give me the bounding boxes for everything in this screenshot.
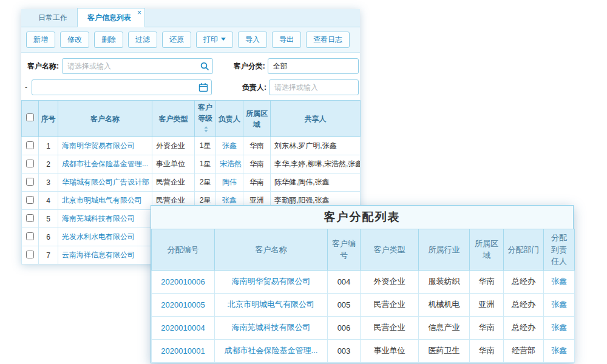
col-customer-type[interactable]: 客户类型 [152, 101, 195, 137]
cell-no: 4 [39, 192, 58, 210]
customer-name-link[interactable]: 海南明华贸易有限公司 [215, 270, 328, 293]
table-row[interactable]: 2020010005 北京市明城电气有限公司 005 民营企业 机械机电 亚洲 … [152, 293, 575, 316]
cell-shared: 李华,李婷,柳琳,宋浩然,张鑫 [271, 155, 361, 174]
customer-name-link[interactable]: 海南芜城科技有限公司 [58, 210, 152, 228]
cell-industry: 机械机电 [419, 293, 470, 316]
table-header-row: 分配编号 客户名称 客户编号 客户类型 所属行业 所属区域 分配部门 分配到责任… [152, 229, 575, 271]
table-row[interactable]: 2020010004 海南芜城科技有限公司 006 民营企业 信息产业 华南 总… [152, 316, 575, 339]
manager-input[interactable] [269, 79, 359, 95]
assignee-link[interactable]: 张鑫 [544, 316, 575, 339]
col-region[interactable]: 所属区域 [470, 229, 504, 271]
view-log-button[interactable]: 查看日志 [306, 32, 350, 48]
tab-customer-info-list[interactable]: 客户信息列表 × [77, 8, 145, 27]
col-assignee[interactable]: 分配到责任人 [544, 229, 575, 271]
cell-industry: 信息产业 [419, 316, 470, 339]
export-button[interactable]: 导出 [272, 32, 301, 48]
row-checkbox[interactable] [26, 214, 34, 222]
assignee-link[interactable]: 张鑫 [544, 270, 575, 293]
row-checkbox[interactable] [26, 196, 34, 204]
search-icon[interactable] [200, 61, 209, 71]
tab-bar: 日常工作 客户信息列表 × [21, 9, 360, 27]
cell-type: 民营企业 [361, 316, 419, 339]
alloc-no-link[interactable]: 2020010004 [152, 316, 215, 339]
row-checkbox[interactable] [26, 178, 34, 186]
restore-button[interactable]: 还原 [162, 32, 191, 48]
customer-category-input[interactable] [268, 58, 359, 74]
select-all-cell [22, 101, 39, 137]
cell-no: 7 [39, 246, 58, 265]
import-button[interactable]: 导入 [238, 32, 267, 48]
row-checkbox[interactable] [26, 141, 34, 149]
cell-cust-no: 003 [328, 339, 361, 362]
cell-shared: 陈华健,陶伟,张鑫 [271, 174, 361, 192]
cell-region: 华南 [243, 137, 271, 155]
assignee-link[interactable]: 张鑫 [544, 293, 575, 316]
filter-area: 客户名称: 客户分类: - 负责人: [21, 53, 360, 100]
col-alloc-no[interactable]: 分配编号 [152, 229, 215, 271]
table-row[interactable]: 2020010001 成都市社会保险基金管理... 003 事业单位 医药卫生 … [152, 339, 575, 362]
customer-name-link[interactable]: 北京市明城电气有限公司 [215, 293, 328, 316]
col-customer-name[interactable]: 客户名称 [215, 229, 328, 271]
col-region[interactable]: 所属区域 [243, 101, 271, 137]
customer-name-link[interactable]: 光发水利水电有限公司 [58, 228, 152, 246]
table-row[interactable]: 2 成都市社会保险基金管理... 事业单位 1星 宋浩然 华南 李华,李婷,柳琳… [22, 155, 361, 174]
table-row[interactable]: 3 华瑞城有限公司广告设计部 民营企业 2星 陶伟 华南 陈华健,陶伟,张鑫 [22, 174, 361, 192]
filter-button[interactable]: 过滤 [128, 32, 157, 48]
col-no[interactable]: 序号 [39, 101, 58, 137]
customer-name-link[interactable]: 华瑞城有限公司广告设计部 [58, 174, 152, 192]
customer-name-input[interactable] [62, 58, 213, 74]
cell-no: 2 [39, 155, 58, 174]
customer-allocation-panel: 客户分配列表 分配编号 客户名称 客户编号 客户类型 所属行业 所属区域 分配部… [151, 205, 574, 363]
customer-name-link[interactable]: 成都市社会保险基金管理... [215, 339, 328, 362]
cell-region: 华南 [470, 270, 504, 293]
cell-cust-no: 004 [328, 270, 361, 293]
date-input[interactable] [32, 79, 212, 95]
col-customer-name[interactable]: 客户名称 [58, 101, 152, 137]
manager-link[interactable]: 宋浩然 [216, 155, 243, 174]
customer-name-link[interactable]: 海南芜城科技有限公司 [215, 316, 328, 339]
col-customer-type[interactable]: 客户类型 [361, 229, 419, 271]
select-all-checkbox[interactable] [26, 113, 34, 121]
sort-icon[interactable] [204, 124, 208, 135]
tab-label: 客户信息列表 [87, 13, 131, 22]
alloc-no-link[interactable]: 2020010005 [152, 293, 215, 316]
row-checkbox[interactable] [26, 251, 34, 258]
col-cust-no[interactable]: 客户编号 [328, 229, 361, 271]
cell-industry: 服装纺织 [419, 270, 470, 293]
customer-category-label: 客户分类: [231, 61, 265, 72]
alloc-no-link[interactable]: 2020010001 [152, 339, 215, 362]
delete-button[interactable]: 删除 [94, 32, 123, 48]
manager-link[interactable]: 陶伟 [216, 174, 243, 192]
cell-region: 华南 [243, 174, 271, 192]
cell-no: 1 [39, 137, 58, 155]
assignee-link[interactable]: 张鑫 [544, 339, 575, 362]
cell-type: 事业单位 [361, 339, 419, 362]
modify-button[interactable]: 修改 [60, 32, 89, 48]
customer-name-link[interactable]: 云南海祥信息有限公司 [58, 246, 152, 265]
cell-cust-no: 005 [328, 293, 361, 316]
customer-name-link[interactable]: 北京市明城电气有限公司 [58, 192, 152, 210]
col-manager[interactable]: 负责人 [216, 101, 243, 137]
cell-no: 6 [39, 228, 58, 246]
table-row[interactable]: 1 海南明华贸易有限公司 外资企业 1星 张鑫 华南 刘东林,罗广明,张鑫 [22, 137, 361, 155]
tab-daily-work[interactable]: 日常工作 [29, 8, 77, 27]
add-button[interactable]: 新增 [26, 32, 55, 48]
cell-dept: 总经办 [504, 293, 544, 316]
row-checkbox[interactable] [26, 232, 34, 240]
manager-link[interactable]: 张鑫 [216, 137, 243, 155]
row-checkbox[interactable] [26, 160, 34, 167]
col-shared[interactable]: 共享人 [271, 101, 361, 137]
close-tab-icon[interactable]: × [137, 9, 141, 16]
cell-type: 民营企业 [361, 293, 419, 316]
customer-name-link[interactable]: 海南明华贸易有限公司 [58, 137, 152, 155]
table-row[interactable]: 2020010006 海南明华贸易有限公司 004 外资企业 服装纺织 华南 总… [152, 270, 575, 293]
customer-name-link[interactable]: 成都市社会保险基金管理... [58, 155, 152, 174]
calendar-icon[interactable] [198, 83, 208, 92]
cell-level: 1星 [195, 155, 216, 174]
col-customer-level[interactable]: 客户等级 [195, 101, 216, 137]
col-dept[interactable]: 分配部门 [504, 229, 544, 271]
alloc-no-link[interactable]: 2020010006 [152, 270, 215, 293]
allocation-list-title: 客户分配列表 [151, 206, 573, 229]
col-industry[interactable]: 所属行业 [419, 229, 470, 271]
print-button[interactable]: 打印 [196, 32, 233, 48]
